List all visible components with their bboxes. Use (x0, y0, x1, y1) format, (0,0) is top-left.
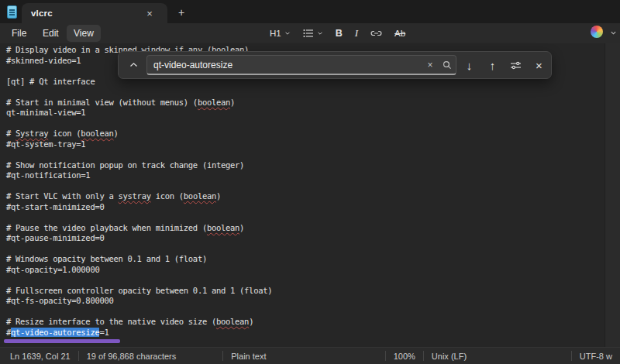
cursor-position: Ln 1639, Col 21 (0, 352, 78, 361)
zoom-level[interactable]: 100% (386, 352, 423, 361)
copilot-chevron-down-icon[interactable] (610, 29, 617, 36)
clear-search-icon[interactable]: × (422, 57, 439, 74)
annotation-underline (4, 339, 120, 343)
vertical-scrollbar[interactable] (604, 43, 620, 347)
tab-close-icon[interactable]: × (143, 6, 157, 20)
code-line: #qt-pause-minimized=0 (6, 233, 604, 244)
code-line (6, 275, 604, 286)
chevron-up-icon (129, 62, 138, 68)
copilot-icon[interactable] (591, 26, 603, 38)
chevron-down-icon (317, 30, 323, 36)
code-line (6, 118, 604, 129)
code-line: # Start VLC with only a systray icon (bo… (6, 191, 604, 202)
menu-file[interactable]: File (5, 25, 33, 42)
code-line: # Fullscreen controller opacity between … (6, 286, 604, 297)
code-line: #qt-notification=1 (6, 170, 604, 181)
list-dropdown[interactable] (299, 25, 327, 42)
code-line (6, 244, 604, 255)
code-line: #qt-system-tray=1 (6, 139, 604, 150)
code-line (6, 149, 604, 160)
menu-edit[interactable]: Edit (36, 25, 66, 42)
italic-button[interactable]: I (351, 25, 362, 42)
link-icon (370, 29, 382, 38)
text-editor[interactable]: # Display video in a skinned window if a… (0, 43, 604, 347)
encoding[interactable]: UTF-8 w (572, 352, 620, 361)
code-line: # Systray icon (boolean) (6, 129, 604, 139)
format-toolbar: H1 B I Ab (266, 24, 409, 43)
statusbar: Ln 1639, Col 21 19 of 96,868 characters … (0, 347, 620, 364)
code-line: # Resize interface to the native video s… (6, 317, 604, 328)
list-icon (303, 29, 314, 38)
code-line: #qt-opacity=1.000000 (6, 265, 604, 276)
character-count: 19 of 96,868 characters (79, 352, 184, 361)
heading-dropdown[interactable]: H1 (266, 25, 294, 42)
find-previous-button[interactable]: ↑ (482, 55, 503, 75)
code-line: qt-minimal-view=1 (6, 108, 604, 118)
code-line: #qt-video-autoresize=1 (6, 328, 604, 338)
find-collapse-button[interactable] (123, 55, 143, 75)
find-bar: × ↓ ↑ × (118, 51, 552, 79)
chevron-down-icon (284, 30, 291, 36)
titlebar: vlcrc × + (0, 0, 620, 23)
code-line (6, 307, 604, 318)
search-icon[interactable] (439, 57, 456, 74)
tab-vlcrc[interactable]: vlcrc × (22, 3, 167, 23)
line-ending[interactable]: Unix (LF) (424, 352, 478, 361)
code-line: # Start in minimal view (without menus) … (6, 98, 604, 108)
document-type: Plain text (223, 352, 274, 361)
code-line (6, 181, 604, 192)
find-options-icon (510, 60, 522, 70)
tab-title: vlcrc (31, 9, 53, 18)
code-line (6, 87, 604, 98)
heading-label: H1 (270, 29, 281, 38)
new-tab-button[interactable]: + (174, 5, 189, 19)
code-line (6, 212, 604, 223)
find-next-button[interactable]: ↓ (459, 55, 480, 75)
find-options-button[interactable] (505, 55, 526, 75)
notepad-app-icon (7, 5, 17, 19)
find-field: × (146, 55, 456, 75)
code-line: # Pause the video playback when minimize… (6, 223, 604, 234)
clear-formatting-button[interactable]: Ab (391, 25, 409, 42)
link-button[interactable] (367, 25, 386, 42)
find-close-button[interactable]: × (529, 55, 549, 75)
bold-button[interactable]: B (332, 25, 346, 42)
notepad-window: vlcrc × + File Edit View H1 B I (0, 0, 620, 364)
code-line: #qt-start-minimized=0 (6, 202, 604, 213)
code-line: # Show notification popup on track chang… (6, 160, 604, 171)
menu-view[interactable]: View (67, 25, 101, 42)
code-line: # Windows opacity between 0.1 and 1 (flo… (6, 254, 604, 265)
find-input[interactable] (147, 56, 422, 74)
code-line: #qt-fs-opacity=0.800000 (6, 296, 604, 307)
